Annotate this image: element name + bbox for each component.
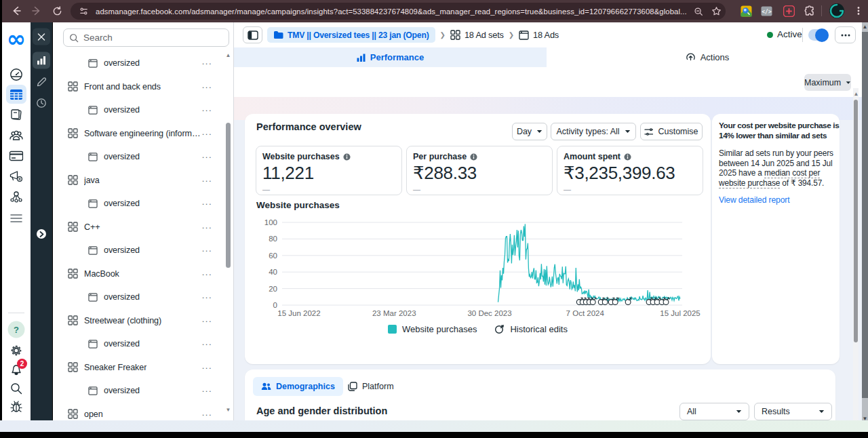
list-item-ad[interactable]: oversized... bbox=[53, 382, 224, 399]
row-menu-icon[interactable]: ... bbox=[202, 407, 212, 418]
ads-reporting-icon[interactable] bbox=[9, 108, 23, 121]
day-dropdown[interactable]: Day bbox=[512, 123, 547, 140]
url-text[interactable]: adsmanager.facebook.com/adsmanager/manag… bbox=[96, 7, 692, 16]
scroll-down-arrow[interactable]: ▼ bbox=[225, 407, 231, 414]
business-tools-icon[interactable] bbox=[9, 190, 23, 203]
extension-red-icon[interactable] bbox=[782, 4, 795, 18]
list-item-ad[interactable]: oversized... bbox=[53, 55, 224, 71]
list-item-label: oversized bbox=[104, 245, 140, 255]
view-detailed-report-link[interactable]: View detailed report bbox=[719, 195, 833, 205]
more-options-button[interactable] bbox=[835, 26, 856, 43]
row-menu-icon[interactable]: ... bbox=[202, 267, 212, 277]
extensions-puzzle-icon[interactable] bbox=[803, 4, 816, 18]
list-item-adset[interactable]: open... bbox=[53, 406, 224, 421]
scroll-up-arrow[interactable]: ▲ bbox=[853, 90, 859, 98]
breadcrumb-ads[interactable]: 18 Ads bbox=[519, 27, 559, 43]
info-icon[interactable] bbox=[470, 153, 477, 161]
address-bar[interactable]: adsmanager.facebook.com/adsmanager/manag… bbox=[71, 3, 726, 20]
adset-grid-icon bbox=[68, 128, 78, 138]
activity-types-dropdown[interactable]: Activity types: All bbox=[551, 123, 636, 140]
row-menu-icon[interactable]: ... bbox=[202, 384, 212, 394]
extension-seo-icon[interactable] bbox=[739, 4, 753, 18]
forward-icon[interactable] bbox=[29, 3, 44, 18]
panel-search-input[interactable]: Search bbox=[63, 28, 229, 47]
list-item-adset[interactable]: Sneaker Freaker... bbox=[53, 359, 224, 376]
notifications-icon[interactable]: 2 bbox=[9, 363, 23, 376]
site-settings-icon[interactable] bbox=[79, 6, 89, 16]
info-icon[interactable] bbox=[624, 153, 631, 161]
row-menu-icon[interactable]: ... bbox=[202, 220, 212, 231]
list-item-ad[interactable]: oversized... bbox=[53, 242, 224, 258]
row-menu-icon[interactable]: ... bbox=[202, 174, 212, 184]
history-clock-icon[interactable] bbox=[36, 98, 47, 108]
row-menu-icon[interactable]: ... bbox=[202, 56, 212, 66]
row-menu-icon[interactable]: ... bbox=[202, 290, 212, 300]
list-item-ad[interactable]: oversized... bbox=[53, 336, 224, 352]
breadcrumb-adsets[interactable]: 18 Ad sets bbox=[450, 27, 504, 43]
account-overview-icon[interactable] bbox=[9, 68, 24, 82]
list-item-ad[interactable]: oversized... bbox=[53, 289, 224, 305]
expand-chevron-icon[interactable] bbox=[37, 229, 46, 239]
scroll-thumb[interactable] bbox=[862, 32, 868, 398]
tab-platform[interactable]: Platform bbox=[340, 377, 402, 396]
tab-performance[interactable]: Performance bbox=[234, 47, 547, 67]
row-menu-icon[interactable]: ... bbox=[202, 150, 212, 160]
meta-logo[interactable]: ∞ bbox=[7, 31, 26, 46]
audiences-icon[interactable] bbox=[9, 130, 24, 142]
settings-icon[interactable] bbox=[9, 344, 23, 357]
row-menu-icon[interactable]: ... bbox=[202, 80, 212, 90]
row-menu-icon[interactable]: ... bbox=[202, 361, 212, 371]
scroll-thumb[interactable] bbox=[226, 123, 231, 268]
list-item-ad[interactable]: oversized... bbox=[53, 102, 224, 118]
scroll-up-arrow[interactable]: ▲ bbox=[225, 52, 231, 59]
advertising-icon[interactable] bbox=[9, 170, 24, 183]
reload-icon[interactable] bbox=[50, 3, 64, 18]
row-menu-icon[interactable]: ... bbox=[202, 103, 212, 113]
performance-overview-card: Performance overview Day Activity types:… bbox=[245, 114, 711, 364]
list-item-adset[interactable]: Streetwear (clothing)... bbox=[53, 313, 224, 329]
close-icon[interactable] bbox=[33, 28, 50, 45]
page-scrollbar[interactable]: ▲ ▼ bbox=[862, 22, 868, 424]
edit-pencil-icon[interactable] bbox=[37, 77, 47, 87]
collapse-sidebar-button[interactable] bbox=[243, 26, 262, 43]
info-icon[interactable] bbox=[343, 153, 351, 161]
search-icon[interactable] bbox=[10, 382, 23, 395]
metric-select[interactable]: Results bbox=[754, 403, 832, 420]
breakdown-select[interactable]: All bbox=[679, 403, 749, 420]
extension-code-icon[interactable]: </> bbox=[760, 4, 773, 18]
billing-icon[interactable] bbox=[9, 151, 24, 161]
list-item-adset[interactable]: java... bbox=[53, 172, 224, 188]
help-icon[interactable]: ? bbox=[8, 321, 25, 338]
customise-button[interactable]: Customise bbox=[640, 123, 703, 140]
active-toggle[interactable] bbox=[808, 29, 829, 41]
tab-demographics[interactable]: Demographics bbox=[253, 377, 343, 396]
scroll-thumb[interactable] bbox=[854, 100, 858, 342]
list-item-adset[interactable]: MacBook... bbox=[53, 266, 224, 282]
bug-icon[interactable] bbox=[10, 401, 23, 414]
list-item-label: Streetwear (clothing) bbox=[84, 316, 161, 325]
row-menu-icon[interactable]: ... bbox=[202, 314, 212, 324]
list-item-adset[interactable]: Front and back ends... bbox=[53, 79, 224, 95]
bar-chart-icon[interactable] bbox=[33, 52, 50, 69]
scroll-up-arrow[interactable]: ▲ bbox=[862, 23, 868, 31]
breadcrumb-campaign[interactable]: TMV || Oversized tees || 23 jan (Open) bbox=[267, 27, 435, 43]
profile-avatar[interactable] bbox=[829, 3, 845, 19]
panel-scrollbar[interactable]: ▲ ▼ bbox=[225, 52, 231, 422]
campaigns-icon[interactable] bbox=[6, 85, 26, 104]
all-tools-icon[interactable] bbox=[10, 214, 22, 223]
zoom-icon[interactable] bbox=[694, 7, 703, 16]
tab-actions[interactable]: Actions bbox=[547, 47, 868, 67]
row-menu-icon[interactable]: ... bbox=[202, 127, 212, 137]
content-scrollbar[interactable]: ▲ bbox=[853, 88, 859, 420]
row-menu-icon[interactable]: ... bbox=[202, 243, 212, 254]
row-menu-icon[interactable]: ... bbox=[202, 337, 212, 347]
row-menu-icon[interactable]: ... bbox=[202, 197, 212, 207]
menu-dots-icon[interactable] bbox=[852, 4, 865, 18]
bookmark-star-icon[interactable] bbox=[711, 6, 722, 16]
list-item-adset[interactable]: Software engineering (information t.....… bbox=[53, 125, 224, 142]
back-icon[interactable] bbox=[9, 3, 24, 18]
list-item-ad[interactable]: oversized... bbox=[53, 195, 224, 212]
list-item-adset[interactable]: C++... bbox=[53, 219, 224, 235]
list-item-ad[interactable]: oversized... bbox=[53, 148, 224, 165]
maximum-button[interactable]: Maximum bbox=[804, 74, 851, 91]
